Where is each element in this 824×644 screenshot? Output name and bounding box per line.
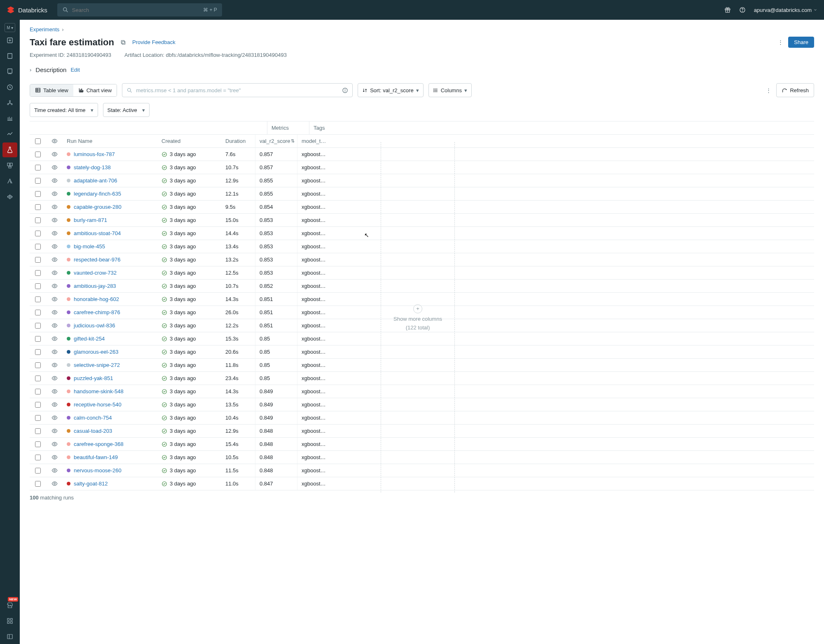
run-name-link[interactable]: stately-dog-138 (74, 164, 111, 170)
run-name-link[interactable]: carefree-chimp-876 (74, 309, 120, 315)
share-button[interactable]: Share (788, 37, 814, 48)
run-name-link[interactable]: burly-ram-871 (74, 217, 107, 223)
row-checkbox[interactable] (35, 152, 41, 157)
col-created[interactable]: Created (157, 135, 221, 147)
nav-workflows[interactable] (2, 127, 17, 142)
visibility-toggle[interactable] (46, 438, 63, 450)
col-metric[interactable]: val_r2_score⇅ (255, 135, 297, 147)
row-checkbox[interactable] (35, 336, 41, 342)
time-filter[interactable]: Time created: All time ▾ (30, 103, 98, 117)
visibility-toggle[interactable] (46, 227, 63, 240)
visibility-toggle[interactable] (46, 332, 63, 345)
global-search[interactable]: ⌘ + P (57, 3, 222, 16)
run-name-link[interactable]: carefree-sponge-368 (74, 441, 124, 447)
gift-icon[interactable] (724, 7, 731, 13)
global-search-input[interactable] (72, 7, 203, 13)
nav-recents[interactable] (2, 80, 17, 95)
run-name-link[interactable]: calm-conch-754 (74, 415, 112, 421)
row-checkbox[interactable] (35, 244, 41, 250)
user-menu[interactable]: apurva@databricks.com (754, 7, 817, 13)
col-duration[interactable]: Duration (221, 135, 255, 147)
row-checkbox[interactable] (35, 362, 41, 368)
row-checkbox[interactable] (35, 455, 41, 460)
filter-search[interactable] (122, 83, 353, 97)
run-name-link[interactable]: receptive-horse-540 (74, 401, 122, 408)
feedback-link[interactable]: Provide Feedback (132, 39, 176, 45)
row-checkbox[interactable] (35, 310, 41, 315)
nav-marketplace[interactable]: NEW (2, 598, 17, 613)
visibility-toggle[interactable] (46, 148, 63, 161)
run-name-link[interactable]: salty-goat-812 (74, 481, 108, 487)
visibility-toggle[interactable] (46, 306, 63, 319)
visibility-toggle[interactable] (46, 280, 63, 292)
visibility-toggle[interactable] (46, 411, 63, 424)
run-name-link[interactable]: handsome-skink-548 (74, 388, 124, 394)
row-checkbox[interactable] (35, 441, 41, 447)
run-name-link[interactable]: legendary-finch-635 (74, 191, 121, 197)
state-filter[interactable]: State: Active ▾ (103, 103, 150, 117)
row-checkbox[interactable] (35, 323, 41, 329)
nav-panel-toggle[interactable] (2, 629, 17, 644)
nav-serving[interactable] (2, 174, 17, 189)
nav-workspace[interactable]: M▾ (5, 23, 15, 32)
visibility-toggle[interactable] (46, 293, 63, 306)
run-name-link[interactable]: judicious-owl-836 (74, 322, 115, 329)
visibility-toggle[interactable] (46, 372, 63, 385)
nav-data[interactable] (2, 96, 17, 110)
row-checkbox[interactable] (35, 415, 41, 421)
info-icon[interactable] (342, 87, 348, 93)
row-checkbox[interactable] (35, 217, 41, 223)
visibility-toggle[interactable] (46, 266, 63, 279)
row-checkbox[interactable] (35, 231, 41, 236)
row-checkbox[interactable] (35, 283, 41, 289)
row-checkbox[interactable] (35, 402, 41, 408)
plus-icon[interactable]: + (413, 304, 422, 313)
row-checkbox[interactable] (35, 191, 41, 197)
nav-compute[interactable] (2, 111, 17, 126)
run-name-link[interactable]: big-mole-455 (74, 243, 105, 250)
run-name-link[interactable]: vaunted-crow-732 (74, 270, 117, 276)
visibility-toggle[interactable] (46, 161, 63, 174)
run-name-link[interactable]: beautiful-fawn-149 (74, 454, 118, 460)
col-run-name[interactable]: Run Name (63, 135, 157, 147)
row-checkbox[interactable] (35, 165, 41, 170)
visibility-toggle[interactable] (46, 345, 63, 358)
nav-new[interactable] (2, 33, 17, 48)
edit-description[interactable]: Edit (70, 67, 80, 73)
run-name-link[interactable]: casual-toad-203 (74, 428, 112, 434)
run-name-link[interactable]: honorable-hog-602 (74, 296, 119, 302)
row-checkbox[interactable] (35, 296, 41, 302)
visibility-header[interactable] (46, 135, 63, 147)
kebab-icon[interactable]: ⋮ (766, 87, 771, 93)
kebab-icon[interactable]: ⋮ (778, 39, 783, 45)
row-checkbox[interactable] (35, 428, 41, 434)
run-name-link[interactable]: ambitious-jay-283 (74, 283, 116, 289)
brand-logo[interactable]: Databricks (7, 6, 47, 14)
breadcrumb-root[interactable]: Experiments (30, 26, 59, 33)
run-name-link[interactable]: nervous-moose-260 (74, 467, 122, 474)
visibility-toggle[interactable] (46, 398, 63, 411)
run-name-link[interactable]: respected-bear-976 (74, 257, 120, 263)
copy-icon[interactable] (120, 39, 126, 46)
nav-experiments[interactable] (2, 142, 17, 157)
run-name-link[interactable]: glamorous-eel-263 (74, 349, 118, 355)
row-checkbox[interactable] (35, 481, 41, 487)
visibility-toggle[interactable] (46, 451, 63, 464)
run-name-link[interactable]: gifted-kit-254 (74, 336, 105, 342)
run-name-link[interactable]: puzzled-yak-851 (74, 375, 113, 381)
visibility-toggle[interactable] (46, 385, 63, 398)
columns-dropdown[interactable]: Columns ▾ (428, 83, 472, 97)
visibility-toggle[interactable] (46, 201, 63, 213)
run-name-link[interactable]: luminous-fox-787 (74, 151, 115, 157)
nav-models[interactable] (2, 158, 17, 173)
show-more-columns[interactable]: + Show more columns (122 total) (381, 142, 455, 492)
run-name-link[interactable]: ambitious-stoat-704 (74, 230, 121, 236)
visibility-toggle[interactable] (46, 214, 63, 226)
nav-features[interactable] (2, 189, 17, 204)
table-view-button[interactable]: Table view (30, 84, 73, 96)
visibility-toggle[interactable] (46, 319, 63, 332)
row-checkbox[interactable] (35, 270, 41, 276)
row-checkbox[interactable] (35, 349, 41, 355)
row-checkbox[interactable] (35, 204, 41, 210)
visibility-toggle[interactable] (46, 477, 63, 490)
